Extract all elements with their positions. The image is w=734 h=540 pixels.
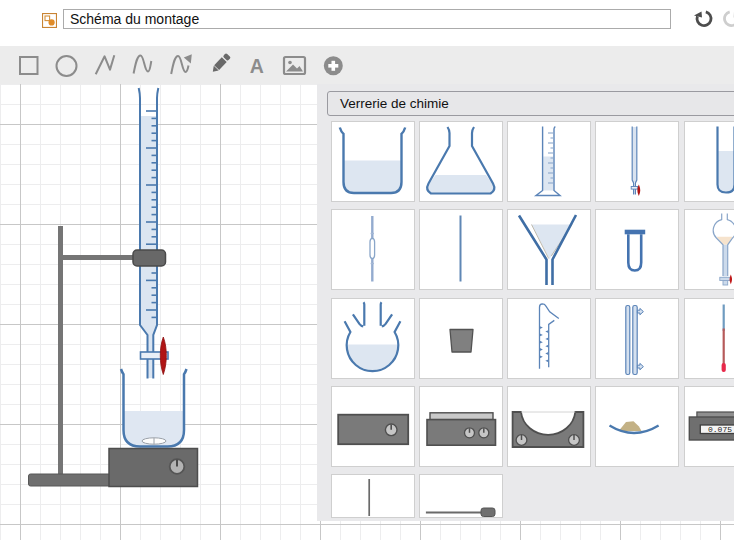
svg-text:0.075: 0.075 [708, 425, 732, 434]
svg-text:A: A [250, 55, 264, 77]
